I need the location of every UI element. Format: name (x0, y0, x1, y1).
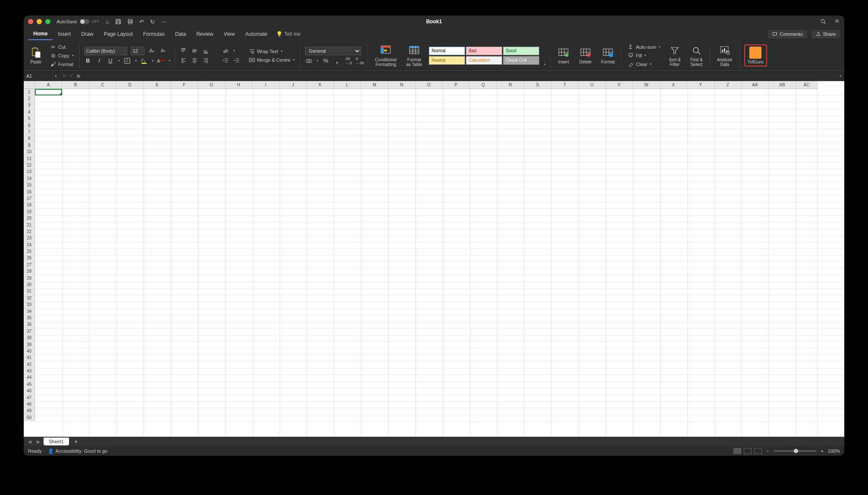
tab-insert[interactable]: Insert (53, 28, 76, 40)
name-box[interactable] (24, 73, 53, 79)
sort-filter-button[interactable]: Sort & Filter (666, 44, 683, 68)
share-button[interactable]: Share (811, 30, 840, 38)
merge-center-button[interactable]: Merge & Centre▾ (248, 57, 296, 63)
col-header-D[interactable]: D (116, 81, 144, 89)
cell-styles-gallery[interactable]: Normal Bad Good Neutral Calculation Chec… (429, 47, 539, 65)
comma-icon[interactable]: , (333, 57, 341, 65)
delete-cells-button[interactable]: −Delete (576, 46, 594, 65)
row-header-44[interactable]: 44 (24, 375, 35, 381)
col-header-U[interactable]: U (579, 81, 606, 89)
undo-icon[interactable]: ↶ (139, 19, 144, 25)
wrap-text-button[interactable]: Wrap Text▾ (248, 48, 296, 55)
style-bad[interactable]: Bad (466, 47, 502, 55)
row-header-47[interactable]: 47 (24, 394, 35, 401)
col-header-W[interactable]: W (633, 81, 660, 89)
row-header-15[interactable]: 15 (24, 182, 35, 188)
zoom-in-button[interactable]: + (821, 448, 823, 454)
font-name-select[interactable] (84, 47, 127, 55)
col-header-L[interactable]: L (334, 81, 361, 89)
zoom-level[interactable]: 100% (828, 448, 840, 454)
format-cells-button[interactable]: Format (598, 46, 617, 65)
row-header-49[interactable]: 49 (24, 408, 35, 414)
row-header-31[interactable]: 31 (24, 288, 35, 295)
page-layout-view-icon[interactable] (744, 448, 752, 454)
col-header-R[interactable]: R (497, 81, 524, 89)
row-header-43[interactable]: 43 (24, 368, 35, 374)
row-header-23[interactable]: 23 (24, 235, 35, 242)
autosum-button[interactable]: ΣAuto-sum▾ (626, 44, 662, 50)
borders-button[interactable] (123, 57, 131, 65)
increase-font-icon[interactable]: A▴ (148, 47, 156, 55)
cancel-formula-icon[interactable]: ✕ (62, 73, 66, 79)
col-header-AC[interactable]: AC (796, 81, 818, 89)
row-header-10[interactable]: 10 (24, 149, 35, 155)
currency-icon[interactable] (305, 57, 313, 65)
row-header-33[interactable]: 33 (24, 302, 35, 308)
align-left-icon[interactable] (179, 57, 187, 64)
page-break-view-icon[interactable] (754, 448, 762, 454)
underline-button[interactable]: U (107, 57, 114, 65)
row-header-13[interactable]: 13 (24, 169, 35, 175)
row-header-42[interactable]: 42 (24, 361, 35, 368)
fill-button[interactable]: Fill▾ (626, 52, 662, 59)
decrease-font-icon[interactable]: A▾ (159, 47, 167, 55)
row-header-25[interactable]: 25 (24, 248, 35, 255)
row-header-36[interactable]: 36 (24, 322, 35, 328)
tab-review[interactable]: Review (191, 28, 218, 40)
row-header-40[interactable]: 40 (24, 348, 35, 354)
col-header-X[interactable]: X (660, 81, 687, 89)
row-header-7[interactable]: 7 (24, 129, 35, 135)
paste-button[interactable]: Paste (27, 46, 44, 65)
col-header-C[interactable]: C (89, 81, 116, 89)
style-good[interactable]: Good (503, 47, 539, 55)
row-header-41[interactable]: 41 (24, 355, 35, 361)
tab-automate[interactable]: Automate (240, 28, 272, 40)
row-header-8[interactable]: 8 (24, 136, 35, 142)
row-header-21[interactable]: 21 (24, 222, 35, 228)
row-header-3[interactable]: 3 (24, 102, 35, 109)
row-header-29[interactable]: 29 (24, 275, 35, 281)
decrease-indent-icon[interactable] (222, 57, 230, 64)
expand-formula-bar-icon[interactable]: ▾ (837, 74, 844, 78)
cut-button[interactable]: ✂Cut (49, 44, 75, 50)
row-header-6[interactable]: 6 (24, 122, 35, 129)
align-right-icon[interactable] (202, 57, 210, 64)
comments-button[interactable]: Comments (768, 30, 807, 38)
copy-button[interactable]: ⧉Copy▾ (49, 52, 75, 59)
italic-button[interactable]: I (95, 57, 103, 65)
row-header-18[interactable]: 18 (24, 202, 35, 208)
number-format-select[interactable]: General (305, 47, 361, 55)
tab-data[interactable]: Data (170, 28, 191, 40)
tab-formulas[interactable]: Formulas (138, 28, 170, 40)
col-header-B[interactable]: B (62, 81, 89, 89)
fx-icon[interactable]: fx (77, 73, 81, 79)
row-header-19[interactable]: 19 (24, 208, 35, 215)
cells-area[interactable] (35, 89, 844, 437)
row-header-1[interactable]: 1 (24, 89, 35, 95)
search-icon[interactable] (820, 19, 826, 25)
col-header-P[interactable]: P (443, 81, 470, 89)
decrease-decimal-icon[interactable]: .0→.00 (355, 57, 363, 65)
col-header-H[interactable]: H (225, 81, 252, 89)
align-center-icon[interactable] (191, 57, 198, 64)
col-header-Y[interactable]: Y (687, 81, 714, 89)
col-header-A[interactable]: A (35, 81, 62, 89)
align-middle-icon[interactable] (191, 47, 198, 55)
col-header-N[interactable]: N (388, 81, 415, 89)
insert-cells-button[interactable]: +Insert (555, 46, 572, 65)
row-header-46[interactable]: 46 (24, 388, 35, 394)
zoom-out-button[interactable]: − (766, 448, 769, 454)
row-header-38[interactable]: 38 (24, 334, 35, 341)
styles-more-icon[interactable]: ▸ (544, 62, 546, 66)
row-header-50[interactable]: 50 (24, 414, 35, 421)
row-header-2[interactable]: 2 (24, 95, 35, 102)
analyse-data-button[interactable]: Analyse Data (714, 44, 735, 68)
col-header-Q[interactable]: Q (470, 81, 497, 89)
col-header-AA[interactable]: AA (742, 81, 769, 89)
col-header-S[interactable]: S (524, 81, 551, 89)
tab-draw[interactable]: Draw (76, 28, 98, 40)
sheet-tab-sheet1[interactable]: Sheet1 (44, 438, 69, 445)
col-header-Z[interactable]: Z (714, 81, 742, 89)
format-as-table-button[interactable]: Format as Table (403, 44, 425, 68)
zoom-slider[interactable] (773, 450, 816, 452)
